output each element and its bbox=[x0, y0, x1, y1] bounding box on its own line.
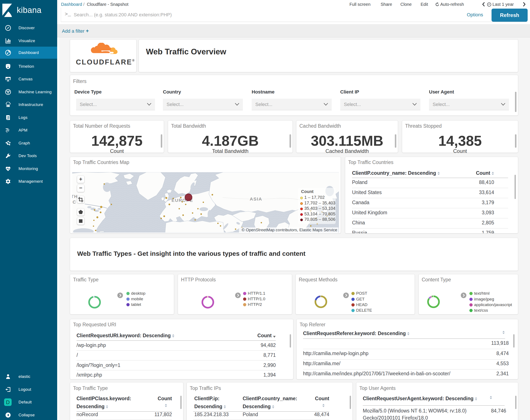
svg-text:IC: IC bbox=[72, 199, 76, 204]
svg-text:ASIA: ASIA bbox=[250, 196, 262, 201]
